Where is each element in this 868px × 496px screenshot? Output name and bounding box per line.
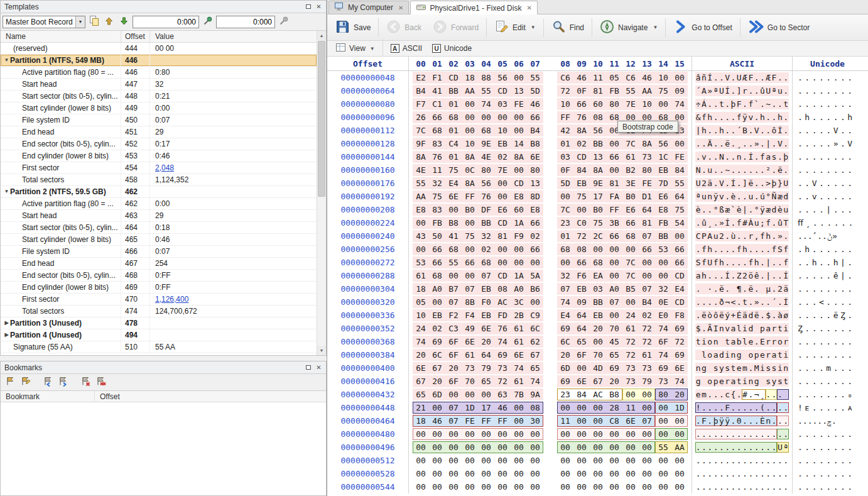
ascii-char[interactable]: ä xyxy=(707,179,713,188)
scrollbar-thumb[interactable] xyxy=(318,41,325,197)
ascii-char[interactable]: p xyxy=(759,324,765,333)
ascii-char[interactable]: . xyxy=(771,482,777,492)
hex-byte[interactable]: 8A xyxy=(462,179,478,188)
hex-byte[interactable]: 00 xyxy=(429,297,445,307)
ascii-char[interactable]: Ã xyxy=(707,324,713,333)
hex-byte[interactable]: F8 xyxy=(671,311,688,320)
hex-byte[interactable]: 07 xyxy=(445,297,462,307)
hex-byte[interactable]: 67 xyxy=(413,377,429,386)
hex-byte[interactable]: 73 xyxy=(494,363,511,373)
ascii-char[interactable]: . xyxy=(742,416,747,426)
unicode-text[interactable]: ..v..... xyxy=(792,190,862,203)
hex-byte[interactable]: 00 xyxy=(573,482,590,492)
ascii-char[interactable]: Í xyxy=(777,126,783,135)
ascii-char[interactable]: s xyxy=(766,377,771,386)
hex-byte[interactable]: 24 xyxy=(413,324,429,333)
ascii-char[interactable]: f xyxy=(759,231,765,241)
ascii-char[interactable]: . xyxy=(754,86,759,96)
ascii-char[interactable]: U xyxy=(777,443,783,452)
ascii-char[interactable]: F xyxy=(701,416,707,426)
hex-byte[interactable]: FE xyxy=(671,152,688,162)
hex-byte[interactable]: 80 xyxy=(606,99,622,109)
hex-byte[interactable]: 08 xyxy=(527,403,543,412)
hex-byte[interactable]: 00 xyxy=(527,443,543,452)
hex-byte[interactable]: 6F xyxy=(573,350,590,360)
hex-byte[interactable]: 13 xyxy=(511,86,527,96)
hex-byte[interactable]: 75 xyxy=(573,192,590,201)
ascii-char[interactable]: ° xyxy=(713,205,719,214)
ascii-char[interactable]: f xyxy=(759,152,765,162)
unicode-text[interactable]: ........ xyxy=(792,97,862,111)
ascii-char[interactable]: Í xyxy=(707,73,713,82)
template-row[interactable]: Signature (55 AA)51055 AA xyxy=(1,341,317,353)
hex-byte[interactable]: 00 xyxy=(655,99,671,109)
ascii-char[interactable]: . xyxy=(754,284,759,294)
tab-close-icon[interactable]: ✕ xyxy=(526,4,531,11)
hex-byte[interactable]: 6C xyxy=(557,337,573,346)
hex-byte[interactable]: 00 xyxy=(606,271,622,280)
hex-byte[interactable]: 74 xyxy=(557,297,573,307)
ascii-char[interactable]: n xyxy=(730,350,736,360)
ascii-char[interactable]: u xyxy=(707,165,713,175)
hex-byte[interactable]: 69 xyxy=(671,350,688,360)
template-row[interactable]: ▶Partition 3 (Unused)478 xyxy=(1,317,317,329)
ascii-char[interactable]: . xyxy=(730,416,736,426)
ascii-char[interactable]: ¬ xyxy=(724,297,730,307)
template-row[interactable]: Start sector (bits 0-5), cylin...4480:21 xyxy=(1,91,317,102)
hex-byte[interactable]: 00 xyxy=(478,456,494,465)
ascii-char[interactable] xyxy=(707,363,713,373)
ascii-char[interactable]: a xyxy=(771,350,777,360)
ascii-char[interactable]: . xyxy=(736,429,742,439)
ascii-char[interactable]: e xyxy=(695,390,701,399)
hex-byte[interactable]: 11 xyxy=(622,403,639,412)
ascii-char[interactable]: . xyxy=(730,152,736,162)
ascii-char[interactable]: ô xyxy=(713,311,719,320)
hex-byte[interactable]: 00 xyxy=(511,258,527,267)
ascii-char[interactable]: B xyxy=(742,126,747,135)
ascii-char[interactable]: s xyxy=(771,363,777,373)
unicode-text[interactable]: ﬀ¸...... xyxy=(792,216,862,229)
ascii-char[interactable]: » xyxy=(707,86,713,96)
ascii-char[interactable]: . xyxy=(742,99,747,109)
hex-byte[interactable]: 01 xyxy=(557,139,573,148)
hex-byte[interactable]: 00 xyxy=(429,443,445,452)
hex-byte[interactable]: 3C xyxy=(511,297,527,307)
hex-byte[interactable]: AC xyxy=(494,297,511,307)
hex-byte[interactable]: 18 xyxy=(413,284,429,294)
hex-byte[interactable]: 00 xyxy=(606,245,622,254)
ascii-char[interactable]: T xyxy=(783,218,788,228)
ascii-char[interactable]: y xyxy=(771,377,777,386)
hex-byte[interactable]: 00 xyxy=(445,390,462,399)
hex-byte[interactable]: 80 xyxy=(655,390,671,399)
ascii-char[interactable]: . xyxy=(713,99,719,109)
ascii-char[interactable]: . xyxy=(748,139,754,148)
ascii-char[interactable]: . xyxy=(719,482,724,492)
ascii-char[interactable]: ù xyxy=(730,231,736,241)
hex-byte[interactable]: FB xyxy=(655,218,671,228)
ascii-char[interactable]: u xyxy=(777,86,783,96)
hex-byte[interactable]: CD xyxy=(445,73,462,82)
ascii-char[interactable]: . xyxy=(742,192,747,201)
hex-byte[interactable]: 6F xyxy=(655,337,671,346)
hex-byte[interactable]: 00 xyxy=(590,416,606,426)
ascii-char[interactable]: . xyxy=(777,99,783,109)
hex-byte[interactable]: 66 xyxy=(527,113,543,122)
hex-byte[interactable]: 67 xyxy=(590,377,606,386)
hex-byte[interactable]: EB xyxy=(655,165,671,175)
ascii-char[interactable]: . xyxy=(695,416,701,426)
ascii-char[interactable]: . xyxy=(742,139,747,148)
hex-byte[interactable]: 69 xyxy=(557,377,573,386)
ascii-char[interactable]: ë xyxy=(701,311,707,320)
hex-byte[interactable]: BB xyxy=(445,86,462,96)
ascii-char[interactable]: . xyxy=(719,403,724,412)
ascii-char[interactable]: | xyxy=(766,271,771,280)
hex-byte[interactable]: 00 xyxy=(511,403,527,412)
ascii-char[interactable]: ´ xyxy=(695,86,701,96)
hex-byte[interactable]: 50 xyxy=(429,231,445,241)
hex-byte[interactable]: C9 xyxy=(527,311,543,320)
hex-byte[interactable]: 6D xyxy=(557,363,573,373)
hex-byte[interactable]: B7 xyxy=(445,284,462,294)
ascii-char[interactable]: . xyxy=(701,469,707,478)
hex-byte[interactable]: 74 xyxy=(478,99,494,109)
hex-byte[interactable]: 07 xyxy=(462,284,478,294)
